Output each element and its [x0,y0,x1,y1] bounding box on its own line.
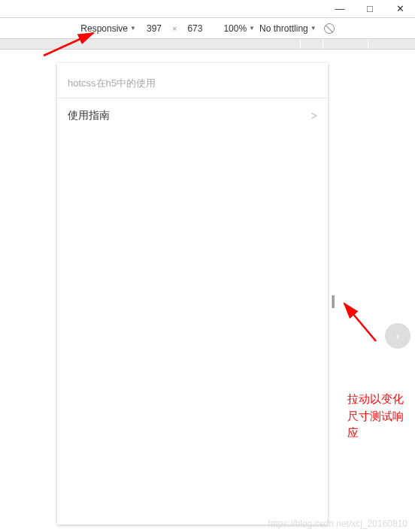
dropdown-triangle-icon: ▼ [130,25,136,32]
zoom-dropdown[interactable]: 100% ▼ [223,23,255,34]
device-mode-dropdown[interactable]: Responsive ▼ [80,23,136,34]
viewport-area: hotcss在h5中的使用 使用指南 > || › 拉动以变化尺寸测试响应 ht… [0,53,415,532]
annotation-text: 拉动以变化尺寸测试响应 [347,391,412,442]
no-highlight-icon[interactable] [324,23,335,34]
menu-item-label: 使用指南 [68,109,110,122]
viewport-height-input[interactable] [181,23,208,34]
maximize-button[interactable]: □ [355,0,385,18]
chevron-right-icon: > [311,110,317,122]
chevron-right-icon: › [396,330,400,342]
dimension-separator: × [172,24,177,33]
breakpoint-ruler [0,39,415,50]
close-button[interactable]: ✕ [385,0,415,18]
viewport-width-input[interactable] [141,23,168,34]
throttling-dropdown[interactable]: No throttling ▼ [259,23,317,34]
throttling-label: No throttling [259,23,308,34]
page-header-text: hotcss在h5中的使用 [68,77,156,89]
dropdown-triangle-icon: ▼ [310,25,317,32]
page-header: hotcss在h5中的使用 [57,63,328,98]
device-frame: hotcss在h5中的使用 使用指南 > [57,63,328,524]
dropdown-triangle-icon: ▼ [249,25,255,32]
devtools-device-toolbar: Responsive ▼ × 100% ▼ No throttling ▼ [0,18,415,39]
watermark-text: https://blog.csdn.net/xcj_20160810 [268,518,407,529]
zoom-label: 100% [223,23,247,34]
minimize-button[interactable]: — [325,0,355,18]
menu-item-guide[interactable]: 使用指南 > [57,98,328,133]
resize-handle[interactable]: || [331,293,338,316]
next-nav-button[interactable]: › [385,323,410,349]
window-titlebar: — □ ✕ [0,0,415,18]
device-mode-label: Responsive [80,23,128,34]
